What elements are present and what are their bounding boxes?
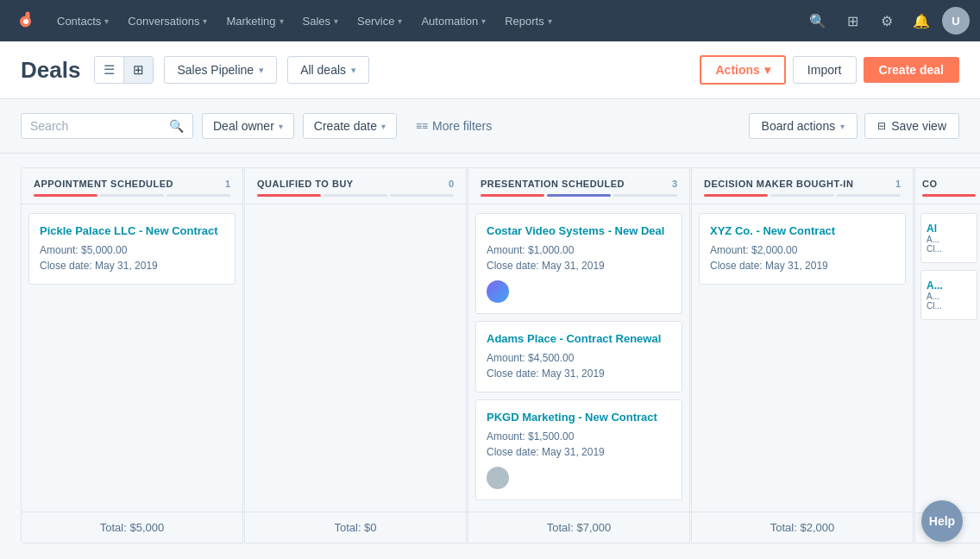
column-qualified-to-buy: QUALIFIED TO BUY 0 Total: $0 [244,167,467,543]
deal-card-close-date: Close date: May 31, 2019 [487,366,671,381]
pipeline-dropdown[interactable]: Sales Pipeline ▾ [164,56,277,84]
col-footer-decision-maker-bought-in: Total: $2,000 [692,512,913,543]
partial-col-title: CO [922,179,976,189]
partial-col-cards: Al A... Cl... A... A... Cl... [915,204,980,512]
col-count-presentation-scheduled: 3 [672,179,677,189]
topnav: Contacts ▾ Conversations ▾ Marketing ▾ S… [0,0,980,41]
progress-seg-3 [837,194,901,197]
board-actions-chevron-icon: ▾ [840,122,845,131]
nav-service[interactable]: Service ▾ [349,9,411,33]
search-icon: 🔍 [169,119,184,133]
col-title-qualified-to-buy: QUALIFIED TO BUY [257,179,354,189]
col-cards-decision-maker-bought-in: XYZ Co. - New Contract Amount: $2,000.00… [692,204,913,512]
deals-filter-dropdown[interactable]: All deals ▾ [287,56,369,84]
help-button[interactable]: Help [921,500,963,542]
col-total: Total: $0 [334,521,376,534]
deal-card-amount: Amount: $1,000.00 [487,242,671,258]
deal-card-avatar [487,280,509,303]
board-actions-button[interactable]: Board actions ▾ [749,113,858,139]
nav-contacts[interactable]: Contacts ▾ [48,9,117,33]
save-view-button[interactable]: ⊟ Save view [864,113,959,139]
apps-icon[interactable]: ⊞ [839,7,866,35]
col-count-qualified-to-buy: 0 [449,179,454,189]
column-decision-maker-bought-in: DECISION MAKER BOUGHT-IN 1 XYZ Co. - New… [691,167,914,543]
actions-button[interactable]: Actions ▾ [700,55,785,85]
more-filters-button[interactable]: ≡≡ More filters [405,114,502,138]
hubspot-logo[interactable] [10,5,41,36]
board: APPOINTMENT SCHEDULED 1 Pickle Palace LL… [0,154,980,557]
partial-col-header: CO [915,168,980,204]
deal-card-costar-video[interactable]: Costar Video Systems - New Deal Amount: … [475,213,682,314]
col-title-presentation-scheduled: PRESENTATION SCHEDULED [481,179,625,189]
nav-items: Contacts ▾ Conversations ▾ Marketing ▾ S… [48,9,804,33]
col-title-appointment-scheduled: APPOINTMENT SCHEDULED [34,179,173,189]
nav-reports[interactable]: Reports ▾ [496,9,561,33]
avatar[interactable]: U [942,7,970,35]
col-total: Total: $5,000 [100,521,164,534]
col-title-decision-maker-bought-in: DECISION MAKER BOUGHT-IN [704,179,853,189]
partial-card-title-1: Al [927,223,971,235]
deal-card-adams-place[interactable]: Adams Place - Contract Renewal Amount: $… [475,321,682,393]
svg-point-0 [23,19,28,24]
partial-card-title-2: A... [927,280,971,292]
deal-card-close-date: Close date: May 31, 2019 [487,444,671,460]
filter-bar: 🔍 Deal owner ▾ Create date ▾ ≡≡ More fil… [0,99,980,154]
deal-card-avatar [487,467,509,489]
col-progress-presentation-scheduled [481,194,677,197]
column-partial: CO Al A... Cl... A... A... Cl... Total: [914,167,980,543]
col-progress-qualified-to-buy [257,194,454,197]
conversations-chevron-icon: ▾ [203,16,207,26]
search-box[interactable]: 🔍 [21,113,193,139]
progress-seg-1 [257,194,321,197]
search-icon[interactable]: 🔍 [804,7,832,35]
deal-card-xyz-co[interactable]: XYZ Co. - New Contract Amount: $2,000.00… [699,213,906,285]
partial-deal-card-2[interactable]: A... A... Cl... [920,270,977,320]
partial-progress [922,194,976,197]
marketing-chevron-icon: ▾ [280,16,284,26]
actions-chevron-icon: ▾ [764,63,770,77]
deal-card-pickle-palace[interactable]: Pickle Palace LLC - New Contract Amount:… [28,213,236,285]
col-footer-presentation-scheduled: Total: $7,000 [468,512,689,543]
nav-right: 🔍 ⊞ ⚙ 🔔 U [804,7,970,35]
search-input[interactable] [30,119,162,133]
partial-deal-card-1[interactable]: Al A... Cl... [920,213,977,263]
deal-card-pkgd-marketing[interactable]: PKGD Marketing - New Contract Amount: $1… [475,399,682,500]
col-progress-decision-maker-bought-in [704,194,901,197]
create-date-filter[interactable]: Create date ▾ [303,113,397,139]
import-button[interactable]: Import [793,56,857,84]
progress-seg-1 [34,194,97,197]
nav-sales[interactable]: Sales ▾ [294,9,348,33]
reports-chevron-icon: ▾ [548,16,552,26]
progress-seg-3 [613,194,677,197]
col-header-presentation-scheduled: PRESENTATION SCHEDULED 3 [468,168,689,204]
list-view-button[interactable]: ☰ [95,57,123,83]
nav-conversations[interactable]: Conversations ▾ [119,9,216,33]
col-cards-presentation-scheduled: Costar Video Systems - New Deal Amount: … [468,204,689,512]
notifications-icon[interactable]: 🔔 [908,7,935,35]
create-deal-button[interactable]: Create deal [864,57,959,83]
progress-seg-3 [390,194,454,197]
deal-card-close-date: Close date: May 31, 2019 [40,258,224,273]
deal-owner-filter[interactable]: Deal owner ▾ [202,113,294,139]
nav-automation[interactable]: Automation ▾ [412,9,494,33]
settings-icon[interactable]: ⚙ [873,7,901,35]
board-view-button[interactable]: ⊞ [123,57,153,83]
progress-seg-2 [547,194,611,197]
deal-card-title: PKGD Marketing - New Contract [487,411,671,425]
nav-marketing[interactable]: Marketing ▾ [217,9,292,33]
column-presentation-scheduled: PRESENTATION SCHEDULED 3 Costar Video Sy… [468,167,690,543]
deal-card-title: Adams Place - Contract Renewal [487,332,671,347]
deal-card-amount: Amount: $2,000.00 [710,242,895,258]
contacts-chevron-icon: ▾ [104,16,109,26]
col-footer-appointment-scheduled: Total: $5,000 [22,512,242,543]
col-header-appointment-scheduled: APPOINTMENT SCHEDULED 1 [22,168,242,204]
col-count-appointment-scheduled: 1 [225,179,230,189]
deal-card-title: Pickle Palace LLC - New Contract [40,224,224,239]
page-header: Deals ☰ ⊞ Sales Pipeline ▾ All deals ▾ A… [0,41,980,99]
col-cards-appointment-scheduled: Pickle Palace LLC - New Contract Amount:… [22,204,242,512]
progress-seg-2 [324,194,387,197]
deals-filter-chevron-icon: ▾ [351,65,356,76]
deal-card-title: XYZ Co. - New Contract [710,224,895,239]
deal-card-title: Costar Video Systems - New Deal [487,224,671,239]
col-progress-appointment-scheduled [34,194,230,197]
